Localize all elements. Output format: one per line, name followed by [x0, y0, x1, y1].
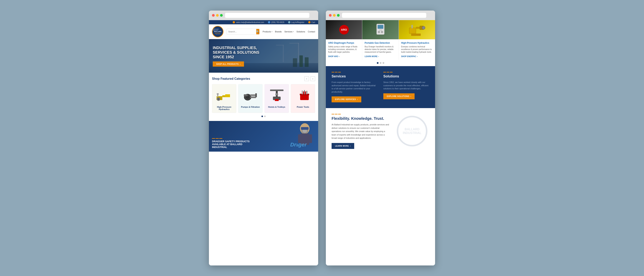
explore-solutions-button[interactable]: EXPLORE SOLUTIONS › [383, 93, 414, 99]
address-bar-left[interactable] [225, 13, 309, 18]
hydraulics-product-image [399, 20, 435, 39]
gas-title[interactable]: Portable Gas Detection [364, 42, 396, 44]
shop-btn-label: SHOP ALL PRODUCTS [216, 63, 239, 65]
aro-link[interactable]: SHOP ARO › [328, 56, 360, 58]
card-dot-1 [377, 62, 378, 64]
svg-rect-32 [378, 25, 383, 29]
solutions-accent [383, 72, 429, 72]
aro-badge: ARO [339, 25, 349, 34]
close-button-right[interactable] [329, 14, 332, 17]
address-bar-right[interactable] [342, 13, 426, 18]
services-box: Services From expert product knowledge t… [332, 72, 378, 102]
search-input[interactable] [227, 29, 256, 34]
gas-desc: Buy Draeger handheld monitors & detector… [364, 46, 396, 54]
hoists-image [267, 87, 286, 104]
logo-area[interactable]: SUPPLIERS · SERVICES BALLARD INDUSTRIAL … [212, 26, 224, 38]
hydraulics-product-title[interactable]: High-Pressure Hydraulics [401, 42, 433, 44]
explore-services-button[interactable]: EXPLORE SERVICES › [332, 96, 361, 102]
product-card-aro: ARO ARO Diaphragm Pumps Safely pump a wi… [326, 20, 362, 60]
hoists-svg [268, 88, 286, 102]
nav-links: Products ▾ Brands Services ▾ Solutions C… [262, 30, 315, 33]
minimize-button-right[interactable] [333, 14, 336, 17]
card-dot-3 [382, 62, 384, 64]
svg-rect-21 [302, 90, 303, 94]
flex-accent-bar-3 [338, 114, 341, 114]
ballard-logo-watermark: BALLARDINDUSTRIAL [395, 114, 429, 148]
nav-products[interactable]: Products ▾ [262, 30, 272, 33]
svg-rect-13 [270, 90, 284, 91]
maximize-button-left[interactable] [220, 14, 223, 17]
product-card-hydraulics: High-Pressure Hydraulics Enerpac combine… [399, 20, 435, 60]
svg-rect-1 [222, 95, 225, 97]
power-tools-image [293, 87, 312, 104]
login-item[interactable]: Log In/Register [288, 21, 304, 24]
svg-rect-9 [250, 94, 256, 96]
learn-more-button[interactable]: LEARN MORE › [332, 143, 354, 149]
svg-rect-40 [411, 34, 421, 36]
svg-rect-37 [416, 27, 420, 29]
ballard-logo-big: BALLARDINDUSTRIAL [397, 116, 428, 146]
maximize-button-right[interactable] [337, 14, 340, 17]
services-accent [332, 72, 378, 72]
next-arrow[interactable]: › [310, 76, 315, 81]
svg-rect-16 [275, 99, 279, 101]
user-icon [288, 21, 290, 24]
aro-title[interactable]: ARO Diaphragm Pumps [328, 42, 360, 44]
nav-services[interactable]: Services ▾ [284, 30, 294, 33]
promo-banner: Draeger Safety Products Available At Bal… [209, 121, 318, 152]
services-title: Services [332, 74, 378, 78]
email-item[interactable]: sales.help@ballardindustrial.com [233, 21, 264, 24]
svg-rect-36 [409, 28, 416, 34]
category-carousel-dots [212, 116, 315, 117]
solutions-accent-bar-2 [386, 72, 389, 72]
category-card-hydraulics[interactable]: High-Pressure Hydraulics [212, 84, 236, 113]
dot-1 [262, 116, 263, 117]
solutions-box: Solutions Since 1952, we have worked clo… [383, 72, 429, 102]
section-header: Shop Featured Categories ‹ › [212, 76, 315, 81]
nav-brands[interactable]: Brands [275, 30, 282, 33]
search-button[interactable]: 🔍 [256, 29, 259, 34]
gas-link[interactable]: LEARN MORE › [364, 56, 396, 58]
close-button-left[interactable] [212, 14, 215, 17]
solutions-title: Solutions [383, 74, 429, 78]
services-arrow: ▾ [293, 31, 294, 32]
products-arrow: ▾ [272, 31, 272, 32]
svg-point-17 [276, 93, 278, 96]
traffic-lights-left [212, 14, 223, 17]
categories-grid: High-Pressure Hydraulics [212, 84, 315, 113]
promo-content: Draeger Safety Products Available At Bal… [209, 135, 254, 152]
category-card-hoists[interactable]: Hoists & Trolleys [264, 84, 289, 113]
nav-solutions[interactable]: Solutions [296, 30, 305, 33]
shop-all-products-button[interactable]: SHOP ALL PRODUCTS › [213, 61, 244, 66]
left-browser-window: sales.help@ballardindustrial.com (206) 7… [209, 10, 318, 266]
category-card-pumps[interactable]: Pumps & Filtration [238, 84, 262, 113]
product-card-dots [326, 60, 435, 66]
shop-btn-arrow: › [240, 63, 240, 65]
right-browser-chrome [326, 10, 435, 20]
ballard-watermark-text: BALLARDINDUSTRIAL [403, 128, 422, 135]
flexibility-content: Flexibility. Knowledge. Trust. At Ballar… [332, 114, 389, 149]
cart-item[interactable]: Cart [308, 21, 315, 24]
power-tools-svg [294, 88, 312, 102]
prev-arrow[interactable]: ‹ [304, 76, 309, 81]
solutions-accent-bar-3 [390, 72, 392, 72]
nav-contact[interactable]: Contact [308, 30, 315, 33]
gas-device-svg [373, 22, 388, 38]
phone-item[interactable]: (206) 783-6626 [268, 21, 284, 24]
hydraulics-link[interactable]: SHOP ENERPAC › [401, 56, 433, 58]
logo-circle: SUPPLIERS · SERVICES BALLARD INDUSTRIAL … [212, 26, 224, 38]
svg-rect-27 [309, 134, 312, 143]
hydraulics-card-body: High-Pressure Hydraulics Enerpac combine… [399, 39, 435, 60]
hero-title: INDUSTRIAL SUPPLIES, SERVICES & SOLUTION… [213, 45, 266, 59]
solutions-accent-bar-1 [383, 72, 386, 72]
search-bar[interactable]: 🔍 [226, 29, 260, 34]
flexibility-desc: At Ballard Industrial we supply products… [332, 123, 389, 140]
email-icon [233, 21, 235, 24]
drager-logo: Dräger [290, 142, 307, 148]
gas-card-body: Portable Gas Detection Buy Draeger handh… [362, 39, 398, 60]
carousel-arrows: ‹ › [304, 76, 315, 81]
category-card-power-tools[interactable]: Power Tools [291, 84, 315, 113]
traffic-lights-right [329, 14, 340, 17]
minimize-button-left[interactable] [216, 14, 219, 17]
card-dot-2 [380, 62, 382, 64]
